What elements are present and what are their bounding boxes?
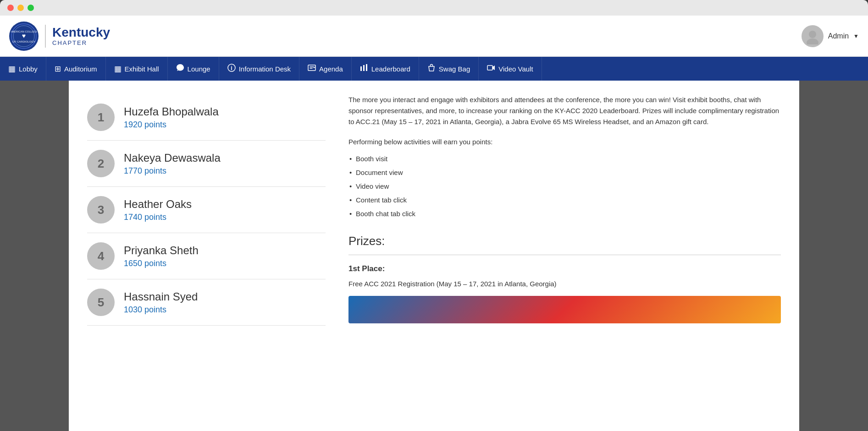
- entry-points-3: 1740 points: [124, 213, 192, 222]
- activity-video-view: Video view: [348, 180, 781, 193]
- auditorium-icon: ⊞: [55, 64, 61, 74]
- info-description: The more you interact and engage with ex…: [348, 94, 781, 127]
- avatar: [802, 25, 824, 47]
- svg-point-5: [809, 31, 816, 38]
- nav-information-desk-label: Information Desk: [239, 65, 291, 73]
- entry-name-2: Nakeya Dewaswala: [124, 152, 221, 164]
- entry-points-2: 1770 points: [124, 166, 221, 176]
- sidebar-right: [799, 81, 868, 431]
- maximize-button[interactable]: [28, 5, 34, 11]
- entry-info-3: Heather Oaks 1740 points: [124, 198, 192, 222]
- user-area[interactable]: Admin ▼: [802, 25, 859, 47]
- entry-points-4: 1650 points: [124, 259, 199, 268]
- leaderboard-entry-2: 2 Nakeya Dewaswala 1770 points: [87, 141, 326, 187]
- svg-rect-13: [487, 65, 492, 70]
- activities-list: Booth visit Document view Video view Con…: [348, 152, 781, 221]
- first-place-text: Free ACC 2021 Registration (May 15 – 17,…: [348, 278, 781, 289]
- entry-name-3: Heather Oaks: [124, 198, 192, 211]
- sidebar-left: [0, 81, 69, 431]
- leaderboard-entry-1: 1 Huzefa Bhopalwala 1920 points: [87, 94, 326, 141]
- rank-badge-1: 1: [87, 104, 115, 131]
- nav-exhibit-hall[interactable]: ▦ Exhibit Hall: [106, 57, 168, 81]
- logo-divider: [45, 25, 46, 48]
- activity-document-view: Document view: [348, 166, 781, 180]
- entry-info-1: Huzefa Bhopalwala 1920 points: [124, 105, 219, 130]
- prizes-title: Prizes:: [348, 232, 781, 251]
- prizes-section: Prizes: 1st Place: Free ACC 2021 Registr…: [348, 232, 781, 323]
- rank-badge-3: 3: [87, 196, 115, 224]
- main-container: 1 Huzefa Bhopalwala 1920 points 2 Nakeya…: [0, 81, 868, 431]
- agenda-icon: [308, 64, 316, 74]
- entry-info-5: Hassnain Syed 1030 points: [124, 290, 198, 315]
- window-chrome: [0, 0, 868, 16]
- rank-badge-4: 4: [87, 242, 115, 270]
- leaderboard-entry-5: 5 Hassnain Syed 1030 points: [87, 279, 326, 326]
- entry-name-1: Huzefa Bhopalwala: [124, 105, 219, 118]
- activity-content-tab: Content tab click: [348, 193, 781, 207]
- nav-agenda-label: Agenda: [319, 65, 343, 73]
- svg-point-6: [807, 38, 818, 44]
- rank-badge-5: 5: [87, 289, 115, 316]
- svg-rect-11: [363, 65, 365, 71]
- lounge-icon: [176, 64, 184, 74]
- app-header: AMERICAN COLLEGE OF CARDIOLOGY ♥ Kentuck…: [0, 16, 868, 57]
- user-name-label: Admin: [828, 32, 849, 40]
- nav-auditorium[interactable]: ⊞ Auditorium: [46, 57, 106, 81]
- information-desk-icon: i: [227, 64, 236, 74]
- activities-header: Performing below activities will earn yo…: [348, 136, 781, 147]
- prize-image: [348, 296, 781, 323]
- minimize-button[interactable]: [17, 5, 24, 11]
- prizes-divider: [348, 255, 781, 255]
- nav-lobby[interactable]: ▦ Lobby: [0, 57, 46, 81]
- nav-auditorium-label: Auditorium: [64, 65, 97, 73]
- nav-leaderboard[interactable]: Leaderboard: [352, 57, 419, 81]
- org-chapter: CHAPTER: [52, 39, 110, 46]
- activity-booth-chat: Booth chat tab click: [348, 207, 781, 221]
- nav-leaderboard-label: Leaderboard: [371, 65, 410, 73]
- content-area: 1 Huzefa Bhopalwala 1920 points 2 Nakeya…: [69, 81, 799, 431]
- entry-name-5: Hassnain Syed: [124, 290, 198, 303]
- logo-text: Kentucky CHAPTER: [52, 26, 110, 47]
- close-button[interactable]: [7, 5, 14, 11]
- nav-swag-bag-label: Swag Bag: [439, 65, 470, 73]
- lobby-icon: ▦: [8, 64, 16, 74]
- swag-bag-icon: [427, 64, 436, 74]
- nav-information-desk[interactable]: i Information Desk: [219, 57, 299, 81]
- entry-points-1: 1920 points: [124, 120, 219, 130]
- nav-video-vault[interactable]: Video Vault: [479, 57, 542, 81]
- leaderboard-list: 1 Huzefa Bhopalwala 1920 points 2 Nakeya…: [87, 94, 326, 431]
- main-navbar: ▦ Lobby ⊞ Auditorium ▦ Exhibit Hall Loun…: [0, 57, 868, 81]
- entry-name-4: Priyanka Sheth: [124, 244, 199, 257]
- org-name: Kentucky: [52, 26, 110, 40]
- leaderboard-entry-4: 4 Priyanka Sheth 1650 points: [87, 233, 326, 279]
- rank-badge-2: 2: [87, 150, 115, 177]
- entry-info-2: Nakeya Dewaswala 1770 points: [124, 152, 221, 176]
- info-panel: The more you interact and engage with ex…: [348, 94, 781, 431]
- nav-lounge-label: Lounge: [188, 65, 210, 73]
- leaderboard-entry-3: 3 Heather Oaks 1740 points: [87, 187, 326, 233]
- nav-swag-bag[interactable]: Swag Bag: [419, 57, 479, 81]
- exhibit-hall-icon: ▦: [114, 64, 122, 74]
- logo-area: AMERICAN COLLEGE OF CARDIOLOGY ♥ Kentuck…: [9, 22, 110, 51]
- entry-info-4: Priyanka Sheth 1650 points: [124, 244, 199, 268]
- svg-text:OF CARDIOLOGY: OF CARDIOLOGY: [12, 40, 35, 43]
- svg-text:♥: ♥: [22, 32, 26, 39]
- user-dropdown-arrow[interactable]: ▼: [853, 33, 859, 39]
- video-vault-icon: [487, 64, 495, 74]
- svg-text:i: i: [231, 65, 232, 71]
- activity-booth-visit: Booth visit: [348, 152, 781, 166]
- nav-video-vault-label: Video Vault: [498, 65, 533, 73]
- org-logo: AMERICAN COLLEGE OF CARDIOLOGY ♥: [9, 22, 39, 51]
- leaderboard-icon: [360, 64, 368, 74]
- first-place-label: 1st Place:: [348, 262, 781, 275]
- nav-lobby-label: Lobby: [19, 65, 38, 73]
- entry-points-5: 1030 points: [124, 305, 198, 315]
- nav-exhibit-hall-label: Exhibit Hall: [125, 65, 159, 73]
- svg-rect-10: [360, 66, 362, 71]
- nav-lounge[interactable]: Lounge: [168, 57, 219, 81]
- nav-agenda[interactable]: Agenda: [299, 57, 352, 81]
- svg-rect-12: [366, 64, 367, 71]
